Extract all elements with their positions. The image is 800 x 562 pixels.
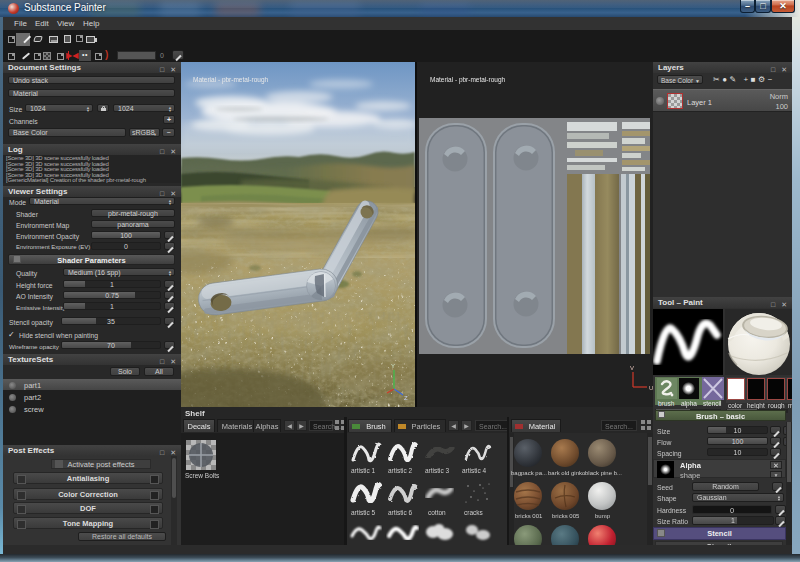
svg-text:V: V: [630, 365, 634, 371]
svg-text:Y: Y: [391, 363, 395, 369]
svg-text:Material - pbr-metal-rough: Material - pbr-metal-rough: [193, 76, 269, 84]
svg-text:Material - pbr-metal-rough: Material - pbr-metal-rough: [430, 76, 506, 84]
svg-text:Z: Z: [404, 395, 408, 401]
